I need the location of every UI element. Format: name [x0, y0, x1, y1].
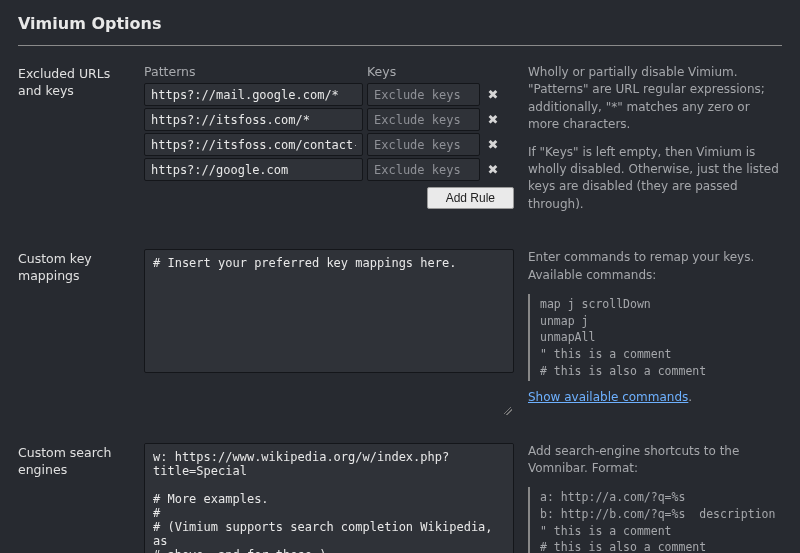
help-text: Add search-engine shortcuts to the Vomni…	[528, 443, 782, 478]
rule-row: ✖	[144, 158, 514, 181]
pattern-input[interactable]	[144, 158, 363, 181]
remove-rule-icon[interactable]: ✖	[484, 113, 502, 126]
rule-row: ✖	[144, 133, 514, 156]
remove-rule-icon[interactable]: ✖	[484, 138, 502, 151]
section-key-mappings: Custom key mappings Enter commands to re…	[18, 249, 782, 417]
help-text: Enter commands to remap your keys. Avail…	[528, 249, 782, 284]
keys-input[interactable]	[367, 158, 480, 181]
search-help: Add search-engine shortcuts to the Vomni…	[528, 443, 782, 553]
excluded-table: Patterns Keys ✖ ✖ ✖ ✖	[144, 64, 514, 223]
page-title: Vimium Options	[18, 14, 782, 33]
keymap-example-block: map j scrollDown unmap j unmapAll " this…	[528, 294, 782, 381]
show-commands-link[interactable]: Show available commands	[528, 390, 688, 404]
separator	[18, 45, 782, 46]
remove-rule-icon[interactable]: ✖	[484, 163, 502, 176]
help-text: If "Keys" is left empty, then Vimium is …	[528, 144, 782, 214]
pattern-input[interactable]	[144, 133, 363, 156]
keys-input[interactable]	[367, 83, 480, 106]
rule-row: ✖	[144, 83, 514, 106]
rule-row: ✖	[144, 108, 514, 131]
search-engines-textarea[interactable]	[144, 443, 514, 553]
search-example-block: a: http://a.com/?q=%s b: http://b.com/?q…	[528, 487, 782, 553]
keymap-textarea[interactable]	[144, 249, 514, 373]
pattern-input[interactable]	[144, 83, 363, 106]
section-search-engines: Custom search engines Add search-engine …	[18, 443, 782, 553]
help-text: Wholly or partially disable Vimium. "Pat…	[528, 64, 782, 134]
pattern-input[interactable]	[144, 108, 363, 131]
search-label: Custom search engines	[18, 443, 130, 553]
section-excluded-urls: Excluded URLs and keys Patterns Keys ✖ ✖…	[18, 64, 782, 223]
excluded-columns-header: Patterns Keys	[144, 64, 514, 79]
remove-rule-icon[interactable]: ✖	[484, 88, 502, 101]
excluded-help: Wholly or partially disable Vimium. "Pat…	[528, 64, 782, 223]
excluded-label: Excluded URLs and keys	[18, 64, 130, 223]
keys-input[interactable]	[367, 108, 480, 131]
add-rule-button[interactable]: Add Rule	[427, 187, 514, 209]
keys-input[interactable]	[367, 133, 480, 156]
keys-header: Keys	[367, 64, 514, 79]
keymap-label: Custom key mappings	[18, 249, 130, 417]
keymap-help: Enter commands to remap your keys. Avail…	[528, 249, 782, 417]
patterns-header: Patterns	[144, 64, 367, 79]
